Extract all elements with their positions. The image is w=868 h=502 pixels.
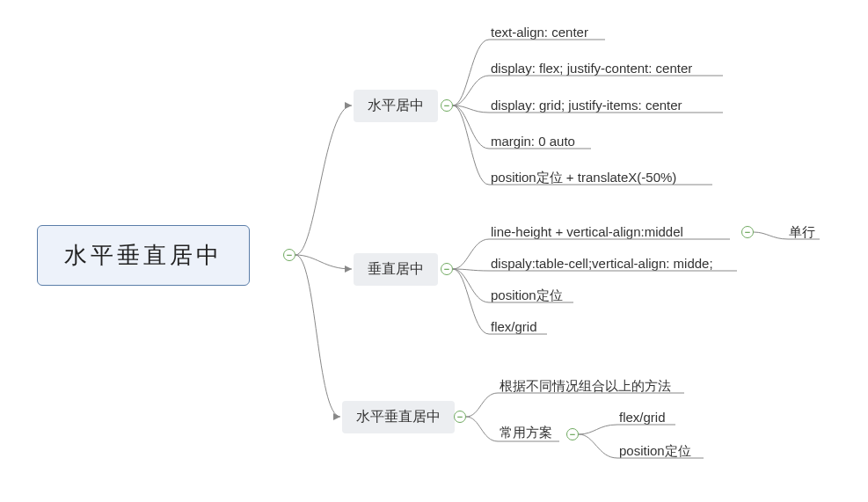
branch-vertical: 垂直居中 xyxy=(354,253,438,286)
leaf-position-translatex: position定位 + translateX(-50%) xyxy=(491,168,676,188)
svg-marker-1 xyxy=(345,266,352,273)
leaf-position-both: position定位 xyxy=(619,441,691,462)
root-label: 水平垂直居中 xyxy=(64,240,222,271)
leaf-text-align: text-align: center xyxy=(491,23,588,41)
leaf-table-cell: dispaly:table-cell;vertical-align: midde… xyxy=(491,254,713,273)
leaf-flex-justify: display: flex; justify-content: center xyxy=(491,59,692,77)
branch-label: 垂直居中 xyxy=(368,260,424,279)
branch-vertical-toggle[interactable] xyxy=(441,263,453,275)
branch-label: 水平垂直居中 xyxy=(356,408,441,426)
sub-branch-common-toggle[interactable] xyxy=(566,428,579,440)
leaf-line-height-toggle[interactable] xyxy=(741,226,754,238)
leaf-position: position定位 xyxy=(491,286,563,306)
sub-branch-common: 常用方案 xyxy=(500,425,552,441)
branch-both: 水平垂直居中 xyxy=(342,401,455,433)
branch-horizontal: 水平居中 xyxy=(354,90,438,122)
root-node: 水平垂直居中 xyxy=(37,225,250,286)
leaf-flex-grid-v: flex/grid xyxy=(491,317,537,336)
leaf-combine: 根据不同情况组合以上的方法 xyxy=(500,376,671,397)
leaf-line-height: line-height + vertical-align:middel xyxy=(491,222,683,241)
branch-label: 水平居中 xyxy=(368,97,424,115)
branch-both-toggle[interactable] xyxy=(454,411,466,423)
branch-horizontal-toggle[interactable] xyxy=(441,99,453,112)
leaf-flex-grid-both: flex/grid xyxy=(619,408,666,426)
root-toggle[interactable] xyxy=(283,249,295,261)
leaf-margin-auto: margin: 0 auto xyxy=(491,132,575,150)
svg-marker-0 xyxy=(345,102,352,109)
leaf-line-height-extra: 单行 xyxy=(789,222,815,243)
svg-marker-2 xyxy=(333,413,340,420)
leaf-grid-justify: display: grid; justify-items: center xyxy=(491,96,682,114)
